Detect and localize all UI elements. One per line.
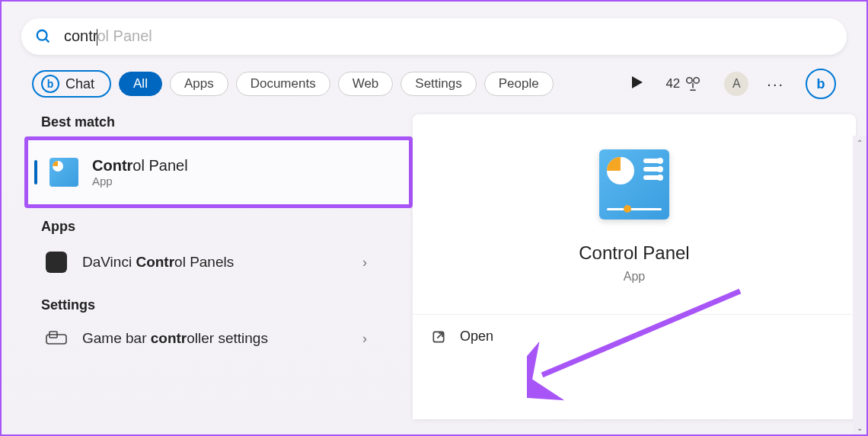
best-match-subtitle: App (92, 175, 188, 188)
best-match-title: Control Panel (92, 157, 188, 175)
filter-documents[interactable]: Documents (236, 72, 330, 96)
trophy-icon (685, 75, 701, 92)
play-icon[interactable] (632, 76, 643, 91)
scroll-down-icon[interactable]: ⌄ (853, 421, 866, 434)
open-button[interactable]: Open (413, 314, 856, 358)
rewards-count: 42 (665, 76, 680, 91)
bing-icon: b (41, 75, 59, 93)
annotation-highlight-box: Control Panel App (24, 136, 413, 208)
best-match-result[interactable]: Control Panel App (28, 140, 409, 204)
svg-point-2 (687, 78, 692, 83)
scroll-up-icon[interactable]: ⌃ (853, 136, 866, 149)
details-title: Control Panel (579, 242, 689, 264)
open-external-icon (431, 329, 446, 345)
search-icon (35, 28, 52, 45)
davinci-icon (46, 252, 67, 273)
apps-section-title: Apps (24, 219, 413, 235)
control-panel-icon (49, 158, 78, 187)
search-input[interactable]: control Panel (64, 27, 833, 46)
scrollbar[interactable]: ⌃ ⌄ (853, 136, 866, 434)
filter-row: b Chat All Apps Documents Web Settings P… (2, 69, 866, 99)
filter-apps[interactable]: Apps (170, 72, 228, 96)
search-bar[interactable]: control Panel (21, 18, 847, 55)
chat-label: Chat (65, 76, 94, 92)
chevron-right-icon: › (362, 331, 367, 347)
settings-result-text: Game bar controller settings (82, 330, 268, 347)
settings-result-gamebar[interactable]: Game bar controller settings › (24, 319, 413, 357)
svg-point-3 (694, 78, 699, 83)
best-match-section-title: Best match (24, 114, 413, 130)
open-label: Open (460, 329, 493, 345)
settings-section-title: Settings (24, 297, 413, 313)
control-panel-icon-large (599, 149, 669, 220)
more-icon[interactable]: ··· (761, 75, 790, 93)
search-typed-text: contr (64, 27, 97, 44)
filter-people[interactable]: People (484, 72, 554, 96)
rewards-badge[interactable]: 42 (665, 75, 701, 92)
bing-button[interactable]: b (806, 69, 836, 99)
chat-filter-button[interactable]: b Chat (32, 70, 111, 98)
svg-line-1 (46, 39, 49, 43)
avatar[interactable]: A (724, 72, 748, 96)
svg-point-0 (37, 30, 47, 40)
selection-indicator (34, 160, 37, 184)
filter-web[interactable]: Web (338, 72, 394, 96)
gamebar-icon (46, 331, 67, 346)
apps-result-davinci[interactable]: DaVinci Control Panels › (24, 241, 413, 284)
apps-result-text: DaVinci Control Panels (82, 254, 234, 271)
filter-settings[interactable]: Settings (400, 72, 476, 96)
chevron-right-icon: › (362, 255, 367, 271)
filter-all[interactable]: All (119, 72, 162, 96)
search-autocomplete-hint: ol Panel (97, 27, 152, 44)
results-left-column: Best match Control Panel App Apps DaVinc… (2, 114, 413, 357)
details-panel: Control Panel App Open (413, 114, 856, 419)
details-subtitle: App (624, 270, 645, 284)
